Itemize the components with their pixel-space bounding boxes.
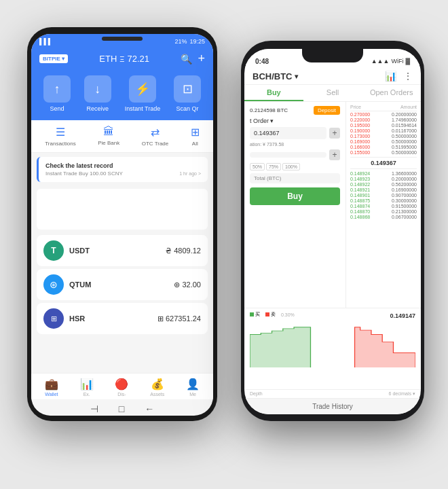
iphone-notch bbox=[302, 49, 363, 62]
ob-sell-8: 0.155000 0.50000000 bbox=[350, 150, 417, 155]
wallet-item-qtum[interactable]: ⊛ QTUM ⊛ 32.00 bbox=[37, 269, 208, 300]
app-header: BITPIE ▾ ETH Ξ 72.21 🔍 + bbox=[31, 48, 213, 71]
amount-row: + bbox=[250, 149, 340, 160]
receive-action[interactable]: ↓ Receive bbox=[84, 75, 111, 112]
bitpie-logo-text: BITPIE bbox=[43, 56, 60, 62]
recents-button[interactable]: ← bbox=[145, 403, 154, 414]
home-button[interactable]: □ bbox=[119, 403, 124, 414]
qtum-balance: ⊛ 32.00 bbox=[174, 280, 201, 289]
nav-me[interactable]: 👤 Me bbox=[186, 378, 200, 397]
trading-content: 0.2124598 BTC Deposit t Order ▾ 0.149367… bbox=[244, 102, 421, 308]
usdt-icon: T bbox=[43, 240, 64, 261]
notice-time: 1 hr ago > bbox=[179, 171, 201, 176]
add-icon[interactable]: + bbox=[198, 52, 205, 66]
receive-icon: ↓ bbox=[84, 75, 111, 103]
ob-header: Price Amount bbox=[350, 105, 417, 111]
tab-open-orders[interactable]: Open Orders bbox=[362, 85, 421, 101]
otc-trade-action[interactable]: ⇄ OTC Trade bbox=[142, 126, 169, 147]
ob-buy-6: 0.148875 0.30000000 bbox=[350, 198, 417, 203]
wallet-left-usdt: T USDT bbox=[43, 240, 90, 261]
transactions-action[interactable]: ☰ Transactions bbox=[45, 126, 76, 147]
header-right: 🔍 + bbox=[181, 52, 205, 66]
usdt-balance: ₴ 4809.12 bbox=[166, 247, 201, 255]
amount-plus-btn[interactable]: + bbox=[329, 149, 340, 160]
send-icon: ↑ bbox=[43, 75, 71, 103]
menu-icon[interactable]: ⋮ bbox=[403, 71, 413, 82]
ob-mid-price: 0.149367 bbox=[350, 157, 417, 169]
bottom-nav: 💼 Wallet 📊 Ex. 🔴 Dis- 💰 Assets 👤 bbox=[31, 373, 213, 399]
wallet-item-hsr[interactable]: ⊞ HSR ⊞ 627351.24 bbox=[37, 303, 208, 334]
estimation-text: ation: ¥ 7379.58 bbox=[250, 142, 340, 147]
chart-spread: 0.30% bbox=[281, 312, 295, 317]
send-action[interactable]: ↑ Send bbox=[43, 75, 71, 112]
amount-input[interactable] bbox=[250, 152, 326, 158]
legend-buy-label: 买 bbox=[255, 311, 260, 318]
trading-pair[interactable]: BCH/BTC ▾ bbox=[253, 71, 298, 82]
buy-button[interactable]: Buy bbox=[250, 187, 340, 205]
ob-sell-5: 0.173000 0.50000000 bbox=[350, 134, 417, 139]
wallet-nav-label: Wallet bbox=[45, 392, 58, 397]
ob-buy-5: 0.148901 0.90700000 bbox=[350, 193, 417, 198]
order-type-selector[interactable]: t Order ▾ bbox=[250, 117, 340, 124]
eth-price: 72.21 bbox=[127, 54, 149, 64]
chart-icon[interactable]: 📊 bbox=[385, 71, 396, 82]
nav-ex[interactable]: 📊 Ex. bbox=[80, 378, 94, 397]
price-input[interactable]: 0.149367 bbox=[250, 127, 326, 139]
search-icon[interactable]: 🔍 bbox=[181, 54, 192, 65]
tab-buy[interactable]: Buy bbox=[244, 85, 303, 101]
me-nav-label: Me bbox=[189, 392, 196, 397]
transactions-icon: ☰ bbox=[56, 126, 65, 139]
all-action[interactable]: ⊞ All bbox=[191, 126, 200, 147]
trade-deposit: 0.2124598 BTC Deposit bbox=[250, 106, 340, 115]
pct-75-btn[interactable]: 75% bbox=[266, 163, 281, 170]
scan-qr-label: Scan Qr bbox=[176, 105, 199, 112]
ob-amount-header: Amount bbox=[400, 105, 417, 109]
pair-text: BCH/BTC bbox=[253, 71, 293, 82]
tab-sell[interactable]: Sell bbox=[303, 85, 362, 101]
nav-assets[interactable]: 💰 Assets bbox=[150, 378, 164, 397]
deposit-button[interactable]: Deposit bbox=[314, 106, 340, 115]
back-button[interactable]: ⊣ bbox=[90, 403, 98, 414]
pct-50-btn[interactable]: 50% bbox=[250, 163, 265, 170]
otc-trade-label: OTC Trade bbox=[142, 141, 169, 147]
send-label: Send bbox=[50, 105, 64, 112]
nav-wallet[interactable]: 💼 Wallet bbox=[45, 378, 58, 397]
depth-row[interactable]: Depth 6 decimals ▾ bbox=[244, 389, 421, 398]
bitpie-logo[interactable]: BITPIE ▾ bbox=[39, 54, 68, 63]
sell-dot bbox=[265, 312, 269, 316]
ob-sell-1: 0.270000 0.20000000 bbox=[350, 112, 417, 117]
ex-nav-icon: 📊 bbox=[80, 378, 94, 391]
chart-legend: 买 卖 0.30% bbox=[250, 311, 295, 318]
iphone: 0:48 ▲▲▲ WiFi ▓ BCH/BTC ▾ 📊 ⋮ bbox=[241, 41, 424, 421]
android-buttons: ⊣ □ ← bbox=[31, 399, 213, 416]
pie-bank-action[interactable]: 🏛 Pie Bank bbox=[98, 126, 119, 147]
depth-decimals: 6 decimals ▾ bbox=[389, 391, 415, 397]
ob-sell-3: 0.195000 0.01594614 bbox=[350, 123, 417, 128]
all-icon: ⊞ bbox=[191, 126, 200, 139]
trade-history-button[interactable]: Trade History bbox=[244, 398, 421, 414]
wallet-item-usdt[interactable]: T USDT ₴ 4809.12 bbox=[37, 235, 208, 266]
iphone-time: 0:48 bbox=[255, 58, 269, 65]
android-time: 19:25 bbox=[189, 38, 205, 45]
notice-banner[interactable]: Check the latest record Instant Trade Bu… bbox=[37, 157, 208, 182]
nav-dis[interactable]: 🔴 Dis- bbox=[115, 378, 128, 397]
hsr-balance: ⊞ 627351.24 bbox=[157, 314, 201, 323]
price-plus-btn[interactable]: + bbox=[329, 128, 340, 139]
instant-trade-label: Instant Trade bbox=[125, 105, 161, 112]
header-title: ETH Ξ 72.21 bbox=[99, 54, 149, 64]
wallet-left-hsr: ⊞ HSR bbox=[43, 308, 85, 329]
instant-trade-action[interactable]: ⚡ Instant Trade bbox=[125, 75, 161, 112]
order-book: Price Amount 0.270000 0.20000000 0.22000… bbox=[346, 102, 421, 308]
pct-100-btn[interactable]: 100% bbox=[282, 163, 300, 170]
transactions-label: Transactions bbox=[45, 141, 76, 147]
ob-buy-8: 0.148870 0.21300000 bbox=[350, 209, 417, 214]
order-type-text: t Order bbox=[250, 117, 269, 124]
depth-label: Depth bbox=[250, 391, 263, 397]
iphone-signal-icon: ▲▲▲ bbox=[371, 58, 390, 65]
assets-nav-label: Assets bbox=[150, 392, 164, 397]
notice-title: Check the latest record bbox=[45, 162, 201, 169]
wallet-nav-icon: 💼 bbox=[45, 378, 58, 391]
pie-bank-label: Pie Bank bbox=[98, 140, 119, 146]
scan-qr-action[interactable]: ⊡ Scan Qr bbox=[174, 75, 201, 112]
ob-buy-1: 0.148924 1.36600000 bbox=[350, 171, 417, 176]
